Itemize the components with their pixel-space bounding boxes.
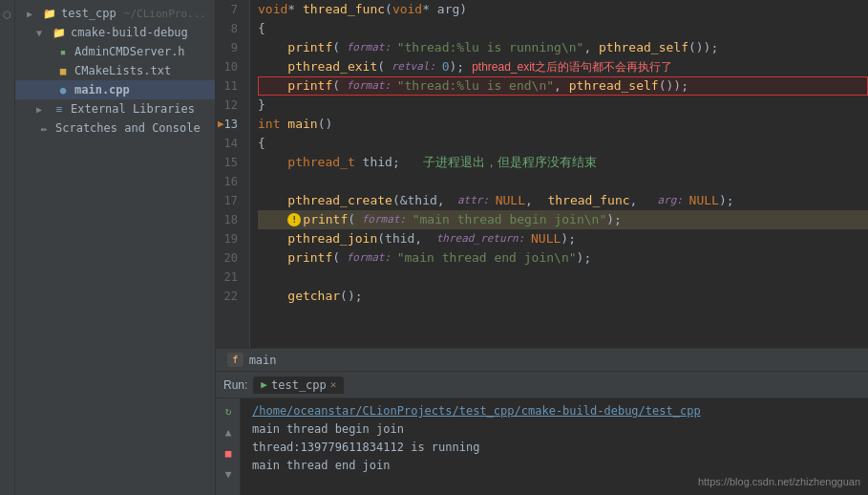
code-token: thread_func xyxy=(303,0,385,19)
line-num-12: 12 xyxy=(216,96,243,115)
code-content[interactable]: void* thread_func(void* arg) { printf( f… xyxy=(250,0,868,348)
expand-arrow: ▶ xyxy=(27,9,38,19)
code-token: int xyxy=(258,115,287,134)
code-token xyxy=(258,229,287,248)
function-name: main xyxy=(249,354,277,367)
line-num-19: 19 xyxy=(216,229,243,248)
line-num-17: 17 xyxy=(216,191,243,210)
file-cpp-icon: ● xyxy=(55,82,71,97)
line-num-9: 9 xyxy=(216,38,243,57)
sidebar-path: ~/CLionPro... xyxy=(124,8,206,20)
sidebar-item-scratches[interactable]: ✏ Scratches and Console xyxy=(15,118,215,138)
folder-icon: 📁 xyxy=(42,6,57,21)
sidebar-item-label: AdminCMDServer.h xyxy=(74,45,185,58)
code-line-18: ! printf( format: "main thread begin joi… xyxy=(258,210,868,229)
scroll-down-button[interactable]: ▼ xyxy=(220,465,237,483)
code-token: thread_func xyxy=(540,191,630,210)
line-num-18: 18 xyxy=(216,210,243,229)
sidebar-item-external_libs[interactable]: ▶ ≡ External Libraries xyxy=(15,99,215,118)
sidebar-item-test_cpp_root[interactable]: ▶ 📁 test_cpp ~/CLionPro... xyxy=(15,4,215,23)
code-token: attr: xyxy=(445,191,496,210)
code-token xyxy=(258,153,287,172)
code-token: thread_return: xyxy=(430,229,531,248)
sidebar-item-label: External Libraries xyxy=(71,102,195,116)
sidebar-item-admin_cmd_server[interactable]: ▪ AdminCMDServer.h xyxy=(15,42,215,61)
code-token: format: xyxy=(340,38,397,57)
code-token: ) xyxy=(459,0,467,19)
code-token: void xyxy=(258,0,287,19)
code-token: , xyxy=(554,76,569,96)
code-line-7: void* thread_func(void* arg) xyxy=(258,0,868,19)
code-token: , xyxy=(630,191,646,210)
sidebar-item-cmake_build_debug[interactable]: ▼ 📁 cmake-build-debug xyxy=(15,23,215,42)
code-line-17: pthread_create(&thid, attr: NULL, thread… xyxy=(258,191,868,210)
line-num-16: 16 xyxy=(216,172,243,191)
scratches-icon: ✏ xyxy=(36,120,52,136)
run-panel: Run: ▶ test_cpp ✕ ↻ ▲ ■ ▼ /home/oceansta… xyxy=(216,371,868,495)
sidebar-item-label: CMakeLists.txt xyxy=(74,64,171,77)
code-token: ); xyxy=(577,248,592,268)
line-numbers: 7 8 9 10 11 12 ▶13 14 15 16 17 18 19 20 … xyxy=(216,0,250,348)
folder-icon: 📁 xyxy=(52,25,67,40)
stop-button[interactable]: ■ xyxy=(220,444,237,462)
code-line-16 xyxy=(258,172,868,191)
structure-icon[interactable]: ⬡ xyxy=(1,8,14,21)
code-token: format: xyxy=(355,210,413,229)
expand-arrow: ▼ xyxy=(36,28,48,38)
rerun-button[interactable]: ↻ xyxy=(220,402,237,420)
ext-lib-icon: ≡ xyxy=(52,101,67,117)
function-bar: f main xyxy=(216,348,868,371)
sidebar-item-label: cmake-build-debug xyxy=(71,26,188,39)
code-token: pthread_create xyxy=(287,191,392,210)
code-line-12: } xyxy=(258,96,868,115)
watermark: https://blog.csdn.net/zhizhengguan xyxy=(698,473,860,491)
code-token: arg: xyxy=(645,191,688,210)
line-num-14: 14 xyxy=(216,134,243,153)
code-token: 0 xyxy=(442,57,450,76)
code-token xyxy=(258,38,287,57)
code-token: ( xyxy=(385,0,392,19)
code-line-11: printf( format: "thread:%lu is end\n", p… xyxy=(258,76,868,96)
editor-area: 7 8 9 10 11 12 ▶13 14 15 16 17 18 19 20 … xyxy=(216,0,868,495)
code-token: , xyxy=(583,38,599,57)
code-token: "thread:%lu is running\n" xyxy=(397,38,584,57)
code-token: format: xyxy=(340,248,397,268)
code-token: pthread_self xyxy=(569,76,659,96)
code-token: pthread_self xyxy=(599,38,688,57)
file-cmake-icon: ■ xyxy=(55,63,71,78)
code-line-10: pthread_exit( retval: 0); pthread_exit之后… xyxy=(258,57,868,76)
sidebar-item-label: main.cpp xyxy=(74,83,130,97)
code-token: * xyxy=(422,0,437,19)
code-token: NULL xyxy=(531,229,561,248)
code-token: NULL xyxy=(689,191,719,210)
line-num-10: 10 xyxy=(216,57,243,76)
code-token: ()); xyxy=(659,76,688,96)
run-tab-test_cpp[interactable]: ▶ test_cpp ✕ xyxy=(253,377,344,394)
sidebar-item-label: test_cpp xyxy=(61,7,116,20)
code-editor[interactable]: 7 8 9 10 11 12 ▶13 14 15 16 17 18 19 20 … xyxy=(216,0,868,348)
code-line-21 xyxy=(258,268,868,287)
code-line-22: getchar(); xyxy=(258,287,868,306)
run-output: /home/oceanstar/CLionProjects/test_cpp/c… xyxy=(241,398,868,495)
sidebar-item-main_cpp[interactable]: ● main.cpp xyxy=(15,80,215,99)
code-token: ); xyxy=(606,210,622,229)
code-line-13: int main() xyxy=(258,115,868,134)
code-line-9: printf( format: "thread:%lu is running\n… xyxy=(258,38,868,57)
file-h-icon: ▪ xyxy=(55,44,71,59)
annotation-line-10: pthread_exit之后的语句都不会再执行了 xyxy=(472,57,672,76)
code-token: pthread_exit xyxy=(287,57,377,76)
expand-arrow: ▶ xyxy=(36,104,48,115)
run-output-path: /home/oceanstar/CLionProjects/test_cpp/c… xyxy=(252,402,857,420)
code-token: ()); xyxy=(688,38,718,57)
code-token: { xyxy=(258,134,265,153)
code-token xyxy=(258,287,287,306)
run-tab-icon: ▶ xyxy=(261,378,267,391)
code-line-8: { xyxy=(258,19,868,38)
close-tab-button[interactable]: ✕ xyxy=(330,378,337,391)
scroll-up-button[interactable]: ▲ xyxy=(220,423,237,441)
code-token: "thread:%lu is end\n" xyxy=(397,76,554,96)
gutter-arrow-13: ▶ xyxy=(218,115,224,134)
sidebar-item-cmake_lists[interactable]: ■ CMakeLists.txt xyxy=(15,61,215,80)
annotation-line-15: 子进程退出，但是程序没有结束 xyxy=(423,153,597,172)
code-line-19: pthread_join(thid, thread_return: NULL); xyxy=(258,229,868,248)
